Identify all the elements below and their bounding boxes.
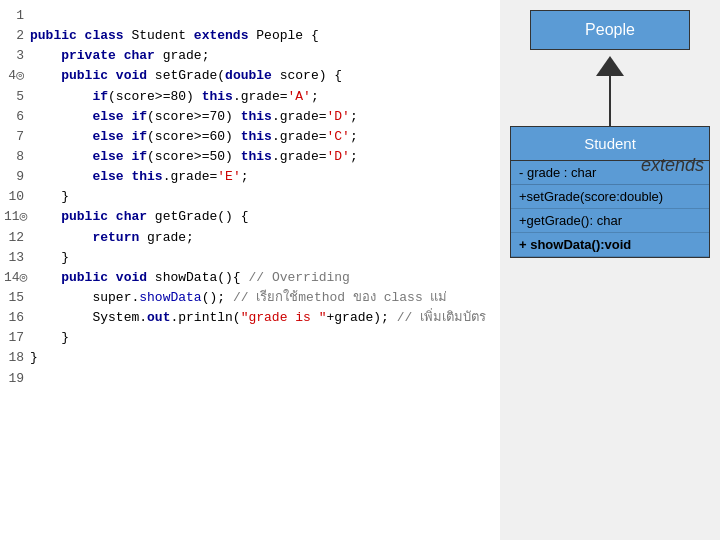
code-line-2: 2 public class Student extends People { <box>4 26 496 46</box>
code-line-4: 4◎ public void setGrade(double score) { <box>4 66 496 86</box>
student-methods: +setGrade(score:double) +getGrade(): cha… <box>511 185 709 257</box>
arrow-line <box>609 76 611 126</box>
student-method-setgrade: +setGrade(score:double) <box>511 185 709 209</box>
code-line-19: 19 <box>4 369 496 389</box>
uml-arrow <box>596 56 624 126</box>
arrow-triangle-icon <box>596 56 624 76</box>
code-line-12: 12 return grade; <box>4 228 496 248</box>
code-line-6: 6 else if(score>=70) this.grade='D'; <box>4 107 496 127</box>
code-line-15: 15 super.showData(); // เรียกใช้method ข… <box>4 288 496 308</box>
code-line-18: 18 } <box>4 348 496 368</box>
uml-people-box: People <box>530 10 690 50</box>
people-label: People <box>585 21 635 38</box>
code-line-11: 11◎ public char getGrade() { <box>4 207 496 227</box>
code-line-17: 17 } <box>4 328 496 348</box>
code-line-14: 14◎ public void showData(){ // Overridin… <box>4 268 496 288</box>
uml-student-box: Student - grade : char +setGrade(score:d… <box>510 126 710 258</box>
code-line-13: 13 } <box>4 248 496 268</box>
student-method-getgrade: +getGrade(): char <box>511 209 709 233</box>
code-line-1: 1 <box>4 6 496 26</box>
code-line-7: 7 else if(score>=60) this.grade='C'; <box>4 127 496 147</box>
code-line-8: 8 else if(score>=50) this.grade='D'; <box>4 147 496 167</box>
code-line-10: 10 } <box>4 187 496 207</box>
code-line-9: 9 else this.grade='E'; <box>4 167 496 187</box>
code-line-3: 3 private char grade; <box>4 46 496 66</box>
student-method-showdata: + showData():void <box>511 233 709 257</box>
student-label: Student <box>584 135 636 152</box>
code-line-5: 5 if(score>=80) this.grade='A'; <box>4 87 496 107</box>
code-panel: 1 2 public class Student extends People … <box>0 0 500 540</box>
uml-panel: People extends Student - grade : char +s… <box>500 0 720 540</box>
extends-label: extends <box>641 155 704 176</box>
code-line-16: 16 System.out.println("grade is "+grade)… <box>4 308 496 328</box>
